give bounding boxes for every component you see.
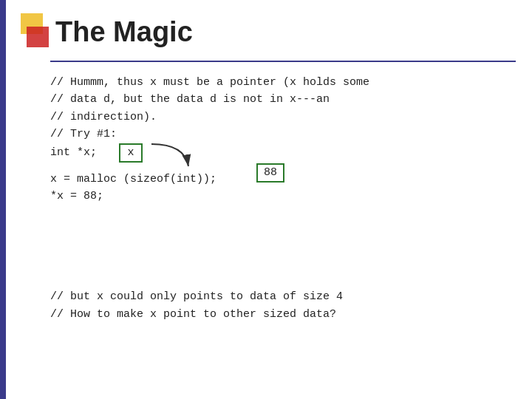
comment-line-1: // Hummm, thus x must be a pointer (x ho…	[50, 74, 369, 91]
comment-line-3: // indirection).	[50, 109, 369, 126]
assign-line: *x = 88;	[50, 188, 369, 205]
comment-line-6: // How to make x point to other sized da…	[50, 306, 343, 324]
slide: The Magic // Hummm, thus x must be a poi…	[0, 0, 532, 399]
comment-line-2: // data d, but the data d is not in x---…	[50, 91, 369, 108]
accent-bar	[0, 0, 6, 399]
malloc-line: x = malloc (sizeof(int));	[50, 171, 369, 188]
red-block	[27, 27, 49, 47]
box-x: x	[119, 143, 143, 163]
decl-text: int *x;	[50, 144, 97, 161]
top-decoration	[21, 13, 49, 47]
code-content: // Hummm, thus x must be a pointer (x ho…	[50, 74, 369, 205]
box-88: 88	[256, 163, 284, 183]
title-divider	[50, 61, 516, 62]
bottom-comments: // but x could only points to data of si…	[50, 288, 343, 324]
comment-line-5: // but x could only points to data of si…	[50, 288, 343, 306]
slide-title: The Magic	[55, 16, 193, 48]
decl-line: int *x; x 88	[50, 143, 369, 163]
